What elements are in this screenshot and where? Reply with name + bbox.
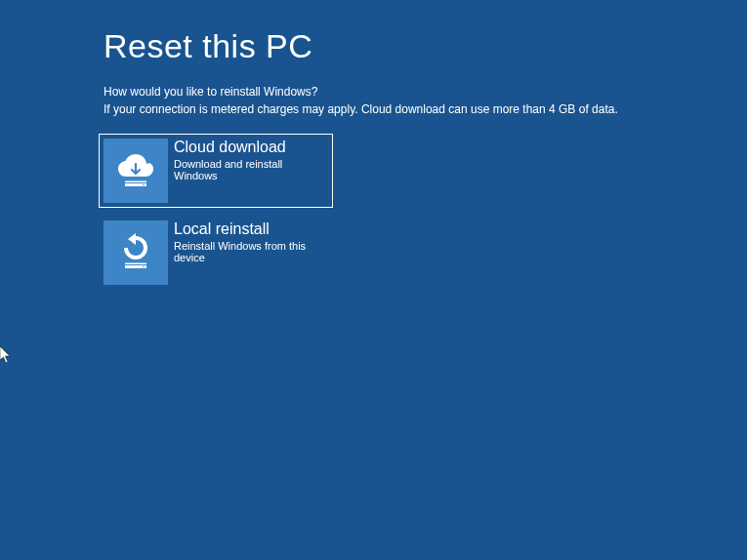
cloud-download-icon (104, 139, 168, 203)
page-title: Reset this PC (104, 27, 747, 65)
local-reinstall-option[interactable]: Local reinstall Reinstall Windows from t… (99, 216, 333, 290)
svg-rect-4 (125, 263, 146, 265)
cloud-download-title: Cloud download (174, 139, 328, 156)
svg-point-2 (143, 184, 145, 186)
cloud-download-desc: Download and reinstall Windows (174, 158, 328, 181)
local-reinstall-desc: Reinstall Windows from this device (174, 240, 328, 263)
svg-rect-1 (125, 181, 146, 183)
note-text: If your connection is metered charges ma… (104, 102, 747, 116)
svg-point-5 (143, 266, 145, 268)
local-reinstall-title: Local reinstall (174, 220, 328, 238)
cloud-download-option[interactable]: Cloud download Download and reinstall Wi… (99, 134, 333, 208)
question-text: How would you like to reinstall Windows? (104, 85, 747, 99)
local-reinstall-icon (104, 220, 168, 285)
mouse-cursor (0, 346, 12, 364)
